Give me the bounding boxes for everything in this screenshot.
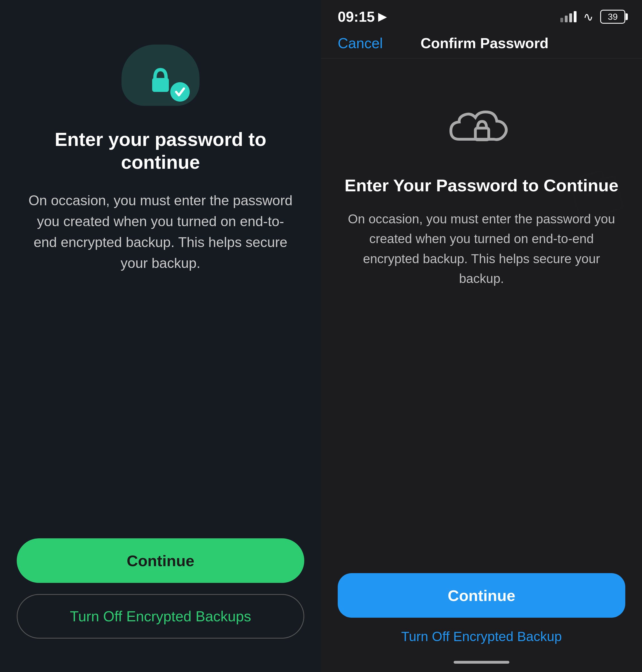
status-time-wrapper: 09:15 ▶: [338, 8, 386, 25]
left-icon-wrapper: [121, 44, 200, 106]
status-icons: ∿ 39: [560, 10, 625, 24]
svg-rect-3: [152, 78, 169, 92]
page-title: Confirm Password: [421, 35, 548, 52]
right-panel: 09:15 ▶ ∿ 39 Cancel: [321, 0, 642, 672]
continue-button-right[interactable]: Continue: [338, 573, 625, 618]
right-icon-wrapper: [445, 92, 518, 153]
cloud-lock-icon-right: [445, 92, 518, 153]
right-buttons: Continue Turn Off Encrypted Backup: [338, 573, 625, 644]
cancel-button[interactable]: Cancel: [338, 35, 383, 52]
battery-icon: 39: [600, 10, 625, 24]
signal-bars-icon: [560, 11, 577, 22]
svg-point-4: [170, 82, 190, 102]
left-description: On occasion, you must enter the password…: [28, 190, 293, 274]
left-panel: Enter your password to continue On occas…: [0, 0, 321, 672]
continue-button-left[interactable]: Continue: [17, 538, 304, 583]
svg-rect-6: [572, 176, 623, 220]
status-time: 09:15: [338, 8, 375, 25]
cloud-lock-icon-left: [121, 44, 200, 106]
wifi-icon: ∿: [583, 10, 593, 24]
location-icon: ▶: [378, 11, 386, 23]
status-bar: 09:15 ▶ ∿ 39: [321, 0, 642, 28]
left-title: Enter your password to continue: [28, 128, 293, 173]
home-indicator: [454, 661, 509, 664]
nav-bar: Cancel Confirm Password: [321, 28, 642, 58]
turn-off-button-left[interactable]: Turn Off Encrypted Backups: [17, 594, 304, 638]
left-buttons: Continue Turn Off Encrypted Backups: [17, 538, 304, 638]
turn-off-button-right[interactable]: Turn Off Encrypted Backup: [401, 629, 562, 644]
battery-level: 39: [608, 12, 618, 22]
